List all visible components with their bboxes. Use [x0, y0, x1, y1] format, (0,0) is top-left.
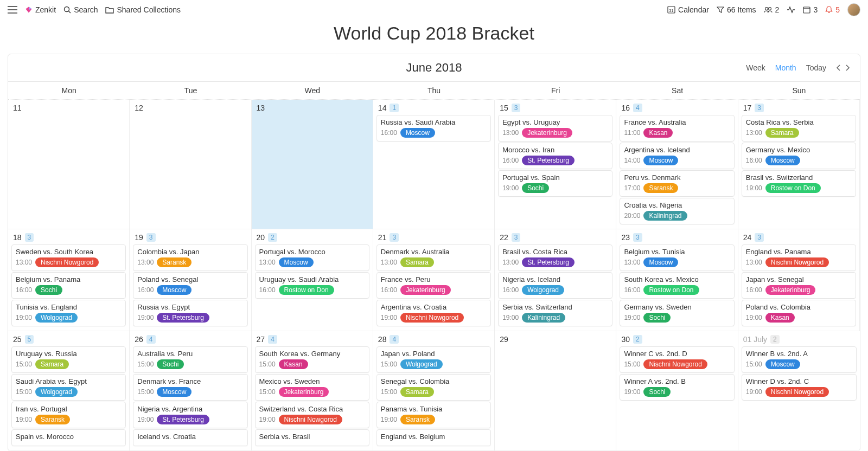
event-card[interactable]: Portugal vs. Morocco13:00Moscow: [255, 244, 369, 271]
event-card[interactable]: Denmark vs. France15:00Moscow: [133, 374, 247, 401]
event-time: 15:00: [381, 360, 397, 368]
view-month[interactable]: Month: [775, 63, 796, 72]
event-card[interactable]: Winner A vs. 2nd. B19:00Sochi: [620, 374, 734, 401]
day-cell[interactable]: 173Costa Rica vs. Serbia13:00SamaraGerma…: [738, 100, 860, 229]
event-card[interactable]: Belgium vs. Panama16:00Sochi: [11, 272, 126, 299]
event-card[interactable]: Russia vs. Saudi Arabia16:00Moscow: [376, 115, 491, 141]
next-icon[interactable]: [845, 64, 850, 72]
event-card[interactable]: Germany vs. Mexico16:00Moscow: [742, 143, 856, 169]
event-card[interactable]: Croatia vs. Nigeria20:00Kaliningrad: [620, 198, 734, 224]
search-button[interactable]: Search: [63, 5, 98, 14]
prev-icon[interactable]: [836, 64, 841, 72]
weekday-label: Sat: [616, 82, 738, 99]
day-cell[interactable]: 302Winner C vs. 2nd. D15:00Nischni Nowgo…: [616, 331, 738, 451]
event-card[interactable]: Uruguay vs. Russia15:00Samara: [11, 346, 126, 373]
event-card[interactable]: Germany vs. Sweden19:00Sochi: [620, 300, 734, 326]
day-cell[interactable]: 213Denmark vs. Australia13:00SamaraFranc…: [373, 229, 495, 331]
day-cell[interactable]: 255Uruguay vs. Russia15:00SamaraSaudi Ar…: [8, 331, 130, 451]
day-cell[interactable]: 12: [130, 100, 251, 229]
city-tag: Moscow: [765, 156, 800, 165]
event-card[interactable]: Russia vs. Egypt19:00St. Petersburg: [133, 300, 247, 326]
event-card[interactable]: Uruguay vs. Saudi Arabia16:00Rostow on D…: [255, 272, 369, 299]
event-card[interactable]: Portugal vs. Spain19:00Sochi: [498, 170, 612, 197]
day-cell[interactable]: 264Australia vs. Peru15:00SochiDenmark v…: [130, 331, 251, 451]
event-card[interactable]: Serbia vs. Brasil: [255, 429, 369, 446]
day-cell[interactable]: 233Belgium vs. Tunisia13:00MoscowSouth K…: [616, 229, 738, 331]
filter-button[interactable]: 66 Items: [717, 5, 756, 14]
day-cell[interactable]: 11: [8, 100, 130, 229]
event-time: 19:00: [502, 314, 519, 321]
event-card[interactable]: South Korea vs. Germany15:00Kasan: [255, 346, 369, 373]
group-button[interactable]: 2: [764, 5, 780, 14]
event-card[interactable]: Japan vs. Senegal16:00Jekaterinburg: [742, 272, 856, 299]
city-tag: Rostow on Don: [643, 285, 699, 295]
search-icon: [63, 6, 71, 14]
event-card[interactable]: Mexico vs. Sweden15:00Jekaterinburg: [255, 374, 369, 401]
view-today[interactable]: Today: [806, 63, 826, 72]
day-number: 164: [618, 101, 736, 114]
day-cell[interactable]: 183Sweden vs. South Korea13:00Nischni No…: [8, 229, 130, 331]
view-week[interactable]: Week: [746, 63, 765, 72]
day-cell[interactable]: 01 July2Winner B vs. 2nd. A15:00MoscowWi…: [738, 331, 860, 451]
event-card[interactable]: Sweden vs. South Korea13:00Nischni Nowgo…: [11, 244, 126, 271]
event-card[interactable]: Winner B vs. 2nd. A15:00Moscow: [742, 346, 857, 373]
day-cell[interactable]: 164France vs. Australia11:00KasanArgenti…: [616, 100, 738, 229]
app-brand[interactable]: Zenkit: [25, 5, 56, 14]
event-card[interactable]: Tunisia vs. England19:00Wolgograd: [11, 300, 126, 326]
event-card[interactable]: England vs. Belgium: [376, 429, 491, 446]
day-number: 233: [618, 231, 736, 243]
event-card[interactable]: Brasil vs. Costa Rica13:00St. Petersburg: [498, 244, 612, 271]
event-card[interactable]: Nigeria vs. Argentina19:00St. Petersburg: [133, 402, 247, 428]
notifications-button[interactable]: 5: [825, 5, 840, 14]
event-card[interactable]: South Korea vs. Mexico16:00Rostow on Don: [620, 272, 734, 299]
day-cell[interactable]: 223Brasil vs. Costa Rica13:00St. Petersb…: [495, 229, 616, 331]
calendar-view-button[interactable]: 31 Calendar: [667, 5, 709, 14]
event-card[interactable]: Denmark vs. Australia13:00Samara: [376, 244, 491, 271]
event-card[interactable]: Poland vs. Senegal16:00Moscow: [133, 272, 247, 299]
cal-count-button[interactable]: 3: [803, 5, 818, 14]
event-card[interactable]: Saudi Arabia vs. Egypt15:00Wolgograd: [11, 374, 126, 401]
event-card[interactable]: Nigeria vs. Iceland16:00Wolgograd: [498, 272, 612, 299]
day-cell[interactable]: 141Russia vs. Saudi Arabia16:00Moscow: [373, 100, 495, 229]
event-card[interactable]: Poland vs. Colombia19:00Kasan: [742, 300, 856, 326]
activity-button[interactable]: [787, 6, 795, 14]
event-card[interactable]: Australia vs. Peru15:00Sochi: [133, 346, 247, 373]
event-title: Iran vs. Portugal: [16, 405, 122, 413]
event-card[interactable]: Winner D vs. 2nd. C19:00Nischni Nowgorod: [742, 374, 857, 401]
event-card[interactable]: Winner C vs. 2nd. D15:00Nischni Nowgorod: [620, 346, 734, 373]
event-card[interactable]: Peru vs. Denmark17:00Saransk: [620, 170, 734, 197]
event-card[interactable]: Serbia vs. Switzerland19:00Kaliningrad: [498, 300, 612, 326]
day-cell[interactable]: 202Portugal vs. Morocco13:00MoscowUrugua…: [252, 229, 373, 331]
day-cell[interactable]: 274South Korea vs. Germany15:00KasanMexi…: [252, 331, 373, 451]
event-card[interactable]: Brasil vs. Switzerland19:00Rostow on Don: [742, 170, 856, 197]
event-card[interactable]: Colombia vs. Japan13:00Saransk: [133, 244, 247, 271]
shared-collections[interactable]: Shared Collections: [105, 5, 181, 14]
event-card[interactable]: Switzerland vs. Costa Rica19:00Nischni N…: [255, 402, 369, 428]
event-card[interactable]: Costa Rica vs. Serbia13:00Samara: [742, 115, 856, 141]
app-name: Zenkit: [35, 5, 56, 14]
day-cell[interactable]: 13: [252, 100, 373, 229]
event-card[interactable]: France vs. Australia11:00Kasan: [620, 115, 734, 141]
event-card[interactable]: Spain vs. Morocco: [11, 429, 126, 446]
event-card[interactable]: Egypt vs. Uruguay13:00Jekaterinburg: [498, 115, 612, 141]
bell-icon: [825, 6, 833, 14]
avatar[interactable]: [847, 3, 860, 16]
event-card[interactable]: Belgium vs. Tunisia13:00Moscow: [620, 244, 734, 271]
event-card[interactable]: Argentina vs. Croatia19:00Nischni Nowgor…: [376, 300, 491, 326]
event-card[interactable]: Panama vs. Tunisia19:00Saransk: [376, 402, 491, 428]
city-tag: Moscow: [765, 359, 800, 369]
day-cell[interactable]: 284Japan vs. Poland15:00WolgogradSenegal…: [373, 331, 495, 451]
event-card[interactable]: Japan vs. Poland15:00Wolgograd: [376, 346, 491, 373]
event-card[interactable]: Senegal vs. Colombia15:00Samara: [376, 374, 491, 401]
day-cell[interactable]: 29: [495, 331, 616, 451]
menu-icon[interactable]: [8, 6, 17, 14]
day-cell[interactable]: 153Egypt vs. Uruguay13:00JekaterinburgMo…: [495, 100, 616, 229]
event-card[interactable]: Argentina vs. Iceland14:00Moscow: [620, 143, 734, 169]
event-card[interactable]: England vs. Panama13:00Nischni Nowgorod: [742, 244, 856, 271]
event-card[interactable]: Morocco vs. Iran16:00St. Petersburg: [498, 143, 612, 169]
event-card[interactable]: Iran vs. Portugal19:00Saransk: [11, 402, 126, 428]
event-card[interactable]: Iceland vs. Croatia: [133, 429, 247, 446]
event-card[interactable]: France vs. Peru16:00Jekaterinburg: [376, 272, 491, 299]
day-cell[interactable]: 243England vs. Panama13:00Nischni Nowgor…: [738, 229, 860, 331]
day-cell[interactable]: 193Colombia vs. Japan13:00SaranskPoland …: [130, 229, 251, 331]
